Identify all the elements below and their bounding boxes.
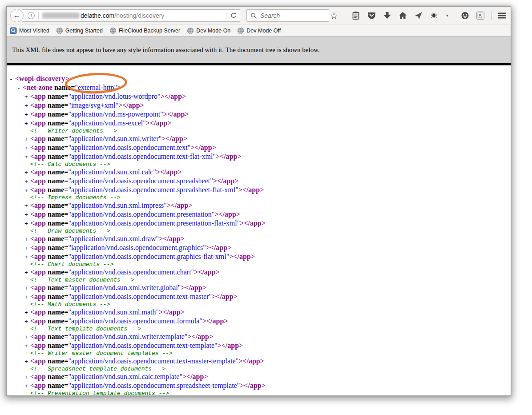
xml-element-line: -<wopi-discovery> [7, 74, 511, 83]
expand-toggle[interactable]: + [24, 221, 30, 227]
svg-text:K: K [479, 13, 482, 17]
expand-toggle[interactable]: + [24, 121, 30, 127]
url-path: /hosting/discovery [114, 12, 164, 19]
toolbar-icon-group: ☆▾K [329, 11, 507, 20]
expand-toggle[interactable]: + [24, 254, 30, 261]
expand-toggle[interactable]: + [24, 212, 30, 218]
attribute-value: "application/vnd.oasis.opendocument.char… [68, 268, 194, 276]
expand-toggle[interactable]: + [24, 334, 30, 341]
site-info-icon[interactable]: i [28, 12, 35, 19]
search-box[interactable]: Search [246, 9, 329, 22]
expand-toggle[interactable]: + [24, 374, 30, 381]
xml-element-line: +<app name="application/vnd.sun.xml.draw… [7, 234, 511, 243]
globe-icon [56, 27, 63, 34]
attribute-value: "application/vnd.lotus-wordpro" [68, 93, 160, 100]
downloads-icon[interactable] [382, 11, 392, 20]
attribute-value: "application/vnd.sun.xml.math" [68, 308, 159, 316]
bookmark-star-icon[interactable]: ☆ [329, 11, 339, 20]
attribute-value: "application/vnd.oasis.opendocument.grap… [68, 253, 229, 260]
send-tab-icon[interactable] [413, 11, 423, 20]
xml-comment-line: <!-- Writer master document templates --… [7, 350, 511, 357]
home-icon[interactable] [398, 11, 407, 20]
attribute-value: "application/vnd.oasis.opendocument.text… [68, 357, 238, 365]
browser-window: ← i delathe.com /hosting/discovery Searc… [6, 6, 511, 396]
expand-toggle[interactable]: + [24, 169, 30, 176]
xml-comment-line: <!-- Text master documents --> [7, 277, 511, 283]
xml-element-line: +<app name="application/vnd.lotus-wordpr… [7, 92, 511, 101]
bookmark-item[interactable]: Dev Mode On [187, 27, 230, 34]
expand-toggle[interactable]: + [24, 154, 30, 161]
expand-toggle[interactable]: + [24, 270, 30, 276]
navigation-toolbar: ← i delathe.com /hosting/discovery Searc… [7, 7, 511, 25]
expand-toggle[interactable]: + [24, 103, 30, 109]
expand-toggle[interactable]: + [24, 112, 30, 118]
expand-toggle[interactable]: + [24, 178, 30, 185]
expand-toggle[interactable]: + [24, 136, 30, 143]
expand-toggle[interactable]: + [24, 310, 30, 316]
expand-toggle[interactable]: + [24, 383, 30, 390]
collapse-toggle[interactable]: - [9, 76, 15, 83]
expand-toggle[interactable]: + [24, 318, 30, 325]
expand-toggle[interactable]: + [24, 94, 30, 101]
bookmarks-toolbar: Most VisitedGetting StartedFileCloud Bac… [7, 25, 511, 37]
xml-element-line: +<app name="application/vnd.oasis.opendo… [7, 210, 511, 219]
menu-icon[interactable] [497, 11, 507, 20]
hello-smiley-icon[interactable] [460, 11, 470, 20]
toolbar-separator [345, 11, 345, 20]
globe-icon [237, 27, 244, 34]
bookmark-item[interactable]: Getting Started [56, 27, 103, 34]
attribute-value: "application/vnd.oasis.opendocument.pres… [68, 219, 240, 227]
expand-toggle[interactable]: + [24, 236, 30, 243]
attribute-value: "application/vnd.sun.xml.draw" [68, 235, 159, 242]
urlbar-divider [38, 12, 39, 20]
bookmark-label: Dev Mode Off [246, 28, 281, 34]
keefox-icon[interactable]: K [476, 11, 485, 20]
xml-comment-line: <!-- Spreadsheet template documents --> [7, 366, 511, 372]
expand-toggle[interactable]: + [24, 343, 30, 350]
xml-element-line: +<app name="application/vnd.ms-excel"></… [7, 119, 511, 128]
addon-dropdown-icon[interactable]: ▾ [444, 11, 454, 20]
xml-element-line: +<app name="application/vnd.oasis.opendo… [7, 252, 511, 261]
globe-icon [109, 27, 117, 34]
xml-element-line: +<app name="application/vnd.ms-powerpoin… [7, 110, 511, 119]
collapse-toggle[interactable]: - [17, 85, 23, 92]
reload-icon[interactable] [230, 12, 237, 19]
xml-element-line: +<app name="application/vnd.oasis.opendo… [7, 152, 511, 161]
url-domain: delathe.com [81, 12, 114, 19]
attribute-value: "application/vnd.oasis.opendocument.text… [68, 293, 212, 300]
xml-comment-line: <!-- Draw documents --> [7, 228, 511, 234]
xml-element-line: +<app name="application/vnd.oasis.opendo… [7, 292, 511, 301]
addon-bug-icon[interactable] [429, 11, 439, 20]
xml-element-line: +<app name="application/vnd.oasis.opendo… [7, 219, 511, 228]
bookmark-item[interactable]: Most Visited [10, 27, 49, 34]
bookmark-item[interactable]: FileCloud Backup Server [109, 27, 180, 34]
urlbar-divider [226, 12, 226, 20]
bookmark-item[interactable]: Dev Mode Off [237, 27, 281, 34]
xml-comment-line: <!-- Presentation template documents --> [7, 390, 511, 395]
bookmark-label: Dev Mode On [196, 28, 230, 34]
expand-toggle[interactable]: + [24, 245, 30, 252]
attribute-value: "application/vnd.oasis.opendocument.pres… [68, 210, 214, 218]
expand-toggle[interactable]: + [24, 145, 30, 152]
xml-style-notice: This XML file does not appear to have an… [7, 37, 511, 65]
xml-element-line: +<app name="application/vnd.oasis.opendo… [7, 381, 511, 390]
xml-element-line: +<app name="application/vnd.sun.xml.writ… [7, 134, 511, 143]
expand-toggle[interactable]: + [24, 187, 30, 194]
bookmarks-clipboard-icon[interactable] [351, 11, 361, 20]
expand-toggle[interactable]: + [24, 294, 30, 301]
bookmark-label: Getting Started [65, 28, 103, 34]
pocket-icon[interactable] [367, 11, 376, 20]
xml-element-line: +<app name="application/vnd.oasis.opendo… [7, 268, 511, 277]
xml-element-line: +<app name="application/vnd.oasis.opendo… [7, 177, 511, 185]
xml-element-line: +<app name="application/vnd.sun.xml.math… [7, 308, 511, 317]
search-icon [250, 12, 257, 19]
expand-toggle[interactable]: + [24, 285, 30, 292]
attribute-value: "application/vnd.sun.xml.calc" [68, 168, 156, 176]
attribute-value: "application/vnd.sun.xml.writer.global" [68, 284, 181, 291]
xml-element-line: +<app name="application/vnd.oasis.opendo… [7, 143, 511, 152]
expand-toggle[interactable]: + [24, 203, 30, 210]
expand-toggle[interactable]: + [24, 359, 30, 365]
back-button[interactable]: ← [10, 9, 24, 22]
url-bar[interactable]: i delathe.com /hosting/discovery [22, 9, 240, 22]
xml-comment-line: <!-- Calc documents --> [7, 161, 511, 168]
